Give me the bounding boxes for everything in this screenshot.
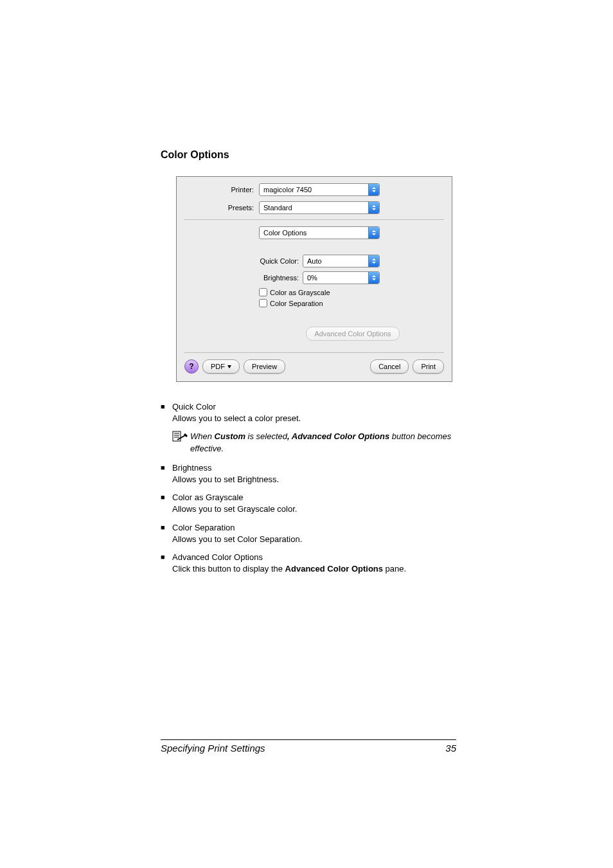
svg-rect-0 [173,431,181,441]
divider [184,219,444,220]
footer-rule [161,739,456,740]
presets-label: Presets: [184,204,259,212]
dropdown-triangle-icon [227,365,231,368]
quick-color-title: Quick Color [172,401,456,413]
bullet-square-icon: ■ [161,492,172,515]
printer-select[interactable]: magicolor 7450 [259,183,380,196]
updown-arrows-icon [368,202,379,213]
pane-select-value: Color Options [260,229,368,237]
brightness-desc: Allows you to set Brightness. [172,474,456,485]
separation-desc: Allows you to set Color Separation. [172,534,456,545]
presets-select[interactable]: Standard [259,201,380,214]
color-separation-checkbox[interactable] [259,299,267,307]
quick-color-select[interactable]: Auto [303,255,380,267]
brightness-title: Brightness [172,462,456,474]
brightness-value: 0% [303,274,368,282]
color-as-grayscale-checkbox[interactable] [259,288,267,296]
divider [184,352,444,353]
updown-arrows-icon [368,255,379,267]
print-button[interactable]: Print [413,359,444,374]
grayscale-title: Color as Grayscale [172,492,456,503]
advanced-desc: Click this button to display the Advance… [172,563,456,575]
updown-arrows-icon [368,272,379,284]
color-separation-label: Color Separation [270,300,323,307]
updown-arrows-icon [368,227,379,239]
pane-select[interactable]: Color Options [259,226,380,239]
print-dialog: Printer: magicolor 7450 Presets: Standar… [176,176,452,382]
bullet-square-icon: ■ [161,462,172,485]
pdf-menu-label: PDF [211,363,225,370]
updown-arrows-icon [368,184,379,195]
presets-select-value: Standard [260,204,368,212]
grayscale-desc: Allows you to set Grayscale color. [172,503,456,515]
note-icon [172,431,190,442]
advanced-title: Advanced Color Options [172,552,456,563]
quick-color-value: Auto [303,257,368,265]
cancel-button[interactable]: Cancel [370,359,409,374]
brightness-select[interactable]: 0% [303,271,380,284]
bullet-square-icon: ■ [161,552,172,575]
note-text: When Custom is selected, Advanced Color … [190,431,456,454]
separation-title: Color Separation [172,522,456,534]
preview-button[interactable]: Preview [244,359,285,374]
color-as-grayscale-label: Color as Grayscale [270,289,330,296]
section-heading: Color Options [161,149,456,161]
advanced-color-options-button[interactable]: Advanced Color Options [306,327,399,341]
quick-color-label: Quick Color: [259,257,303,265]
footer-page-number: 35 [445,743,456,754]
quick-color-desc: Allows you to select a color preset. [172,413,456,424]
bullet-square-icon: ■ [161,522,172,545]
printer-select-value: magicolor 7450 [260,186,368,194]
bullet-square-icon: ■ [161,401,172,424]
help-button[interactable]: ? [184,359,199,374]
printer-label: Printer: [184,186,259,194]
footer-title: Specifying Print Settings [161,743,265,754]
pdf-menu-button[interactable]: PDF [202,359,240,374]
brightness-label: Brightness: [259,274,303,282]
